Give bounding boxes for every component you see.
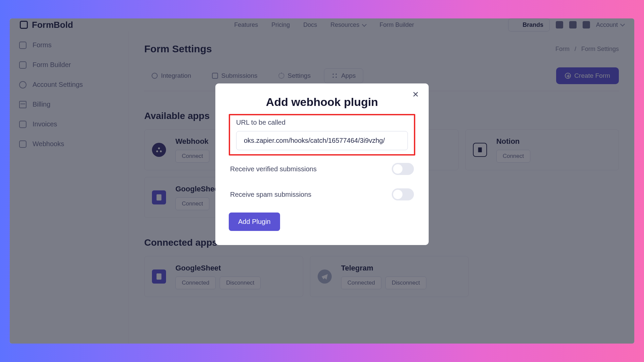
toggle-verified[interactable] [392,163,414,175]
toggle-verified-row: Receive verified submissions [229,163,415,175]
toggle-verified-label: Receive verified submissions [230,165,317,173]
toggle-spam[interactable] [392,188,414,200]
app-frame: FormBold Features Pricing Docs Resources… [10,18,634,344]
modal-title: Add webhook plugin [229,96,415,109]
webhook-url-input[interactable] [236,131,408,150]
add-plugin-button[interactable]: Add Plugin [229,213,280,231]
close-icon[interactable]: ✕ [411,90,420,99]
url-highlight-box: URL to be called [229,114,415,156]
webhook-modal: ✕ Add webhook plugin URL to be called Re… [215,83,429,245]
url-label: URL to be called [236,119,408,126]
modal-overlay[interactable]: ✕ Add webhook plugin URL to be called Re… [10,18,634,344]
toggle-spam-label: Receive spam submissions [230,191,311,198]
toggle-spam-row: Receive spam submissions [229,188,415,200]
